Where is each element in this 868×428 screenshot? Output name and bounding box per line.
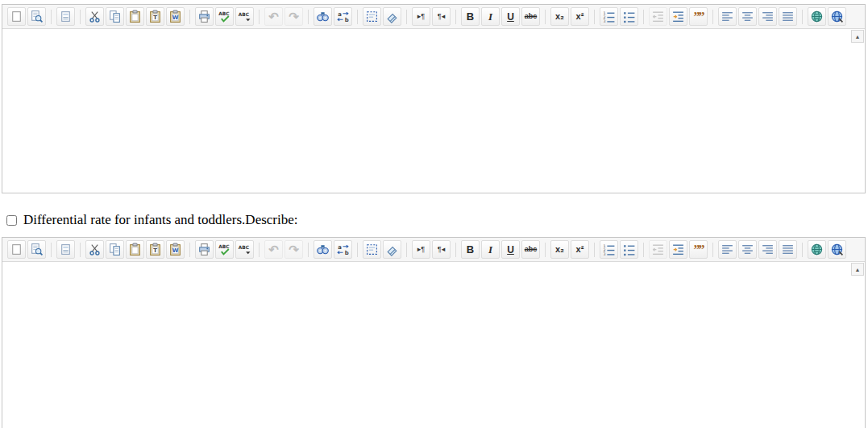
italic-icon: I xyxy=(484,10,497,23)
find-button[interactable] xyxy=(314,7,332,26)
replace-button[interactable]: ab xyxy=(334,240,352,259)
bold-button[interactable]: B xyxy=(461,7,480,26)
align-left-button[interactable] xyxy=(718,7,737,26)
blockquote-button[interactable]: ”” xyxy=(689,7,708,26)
link-button[interactable] xyxy=(808,240,826,259)
align-left-button[interactable] xyxy=(718,240,737,259)
scroll-up-button[interactable]: ▲ xyxy=(851,30,864,43)
paste-button[interactable] xyxy=(126,240,144,259)
strikethrough-button[interactable]: abc xyxy=(521,7,540,26)
copy-button[interactable] xyxy=(106,240,124,259)
select-all-button[interactable] xyxy=(363,7,381,26)
toolbar-separator xyxy=(80,10,81,24)
italic-button[interactable]: I xyxy=(481,240,500,259)
copy-button[interactable] xyxy=(106,7,124,26)
toolbar-group-templates xyxy=(56,240,76,259)
text-direction-ltr-button[interactable]: ▸¶ xyxy=(412,7,430,26)
copy-icon xyxy=(108,10,122,23)
paste-text-icon: T xyxy=(148,243,162,256)
svg-text:1: 1 xyxy=(604,11,606,15)
templates-icon xyxy=(59,10,73,23)
remove-format-button[interactable] xyxy=(383,240,401,259)
svg-text:W: W xyxy=(172,15,179,21)
bulleted-list-button[interactable] xyxy=(620,240,638,259)
print-button[interactable] xyxy=(195,240,214,259)
toolbar-separator xyxy=(643,10,644,24)
blockquote-button[interactable]: ”” xyxy=(689,240,708,259)
indent-button[interactable] xyxy=(669,240,687,259)
remove-format-button[interactable] xyxy=(383,7,401,26)
templates-button[interactable] xyxy=(56,240,75,259)
paste-text-button[interactable]: T xyxy=(146,7,164,26)
underline-button[interactable]: U xyxy=(501,240,520,259)
toolbar-separator xyxy=(545,243,546,257)
templates-button[interactable] xyxy=(56,7,75,26)
subscript-button[interactable]: x₂ xyxy=(550,240,569,259)
unlink-button[interactable] xyxy=(828,240,846,259)
toolbar-separator xyxy=(712,243,713,257)
preview-button[interactable] xyxy=(27,7,46,26)
superscript-button[interactable]: x² xyxy=(571,240,589,259)
align-center-button[interactable] xyxy=(738,240,757,259)
align-justify-button[interactable] xyxy=(779,240,797,259)
align-left-icon xyxy=(721,10,734,23)
toolbar-group-lists: 123 xyxy=(599,7,639,26)
preview-button[interactable] xyxy=(27,240,46,259)
paste-button[interactable] xyxy=(126,7,144,26)
differential-rate-checkbox[interactable] xyxy=(6,215,17,226)
select-all-button[interactable] xyxy=(363,240,381,259)
find-button[interactable] xyxy=(314,240,332,259)
text-direction-rtl-button[interactable]: ¶◂ xyxy=(432,7,451,26)
numbered-list-button[interactable]: 123 xyxy=(600,240,618,259)
new-page-button[interactable] xyxy=(7,240,26,259)
new-page-button[interactable] xyxy=(7,7,26,26)
bold-button[interactable]: B xyxy=(461,240,480,259)
underline-icon: U xyxy=(504,243,517,256)
svg-text:T: T xyxy=(153,15,157,21)
svg-text:ABC: ABC xyxy=(239,12,249,17)
numbered-list-button[interactable]: 123 xyxy=(600,7,618,26)
cut-button[interactable] xyxy=(85,240,104,259)
scroll-up-button[interactable]: ▲ xyxy=(851,263,864,276)
print-button[interactable] xyxy=(195,7,214,26)
toolbar-separator xyxy=(51,243,52,257)
editing-area[interactable]: ▲ xyxy=(2,28,865,193)
replace-button[interactable]: ab xyxy=(334,7,352,26)
strikethrough-icon: abc xyxy=(524,243,538,256)
svg-text:a: a xyxy=(338,244,342,251)
editing-area[interactable]: ▲ xyxy=(2,261,865,428)
underline-button[interactable]: U xyxy=(501,7,520,26)
paste-word-icon: W xyxy=(168,243,182,256)
superscript-button[interactable]: x² xyxy=(571,7,589,26)
bulleted-list-button[interactable] xyxy=(620,7,638,26)
text-direction-rtl-button[interactable]: ¶◂ xyxy=(432,240,451,259)
link-button[interactable] xyxy=(808,7,826,26)
toolbar-group-script: x₂x² xyxy=(550,7,590,26)
toolbar-separator xyxy=(455,243,456,257)
italic-button[interactable]: I xyxy=(481,7,500,26)
unlink-button[interactable] xyxy=(828,7,846,26)
paste-word-button[interactable]: W xyxy=(166,7,185,26)
scroll-up-icon: ▲ xyxy=(855,34,861,39)
spell-check-button[interactable]: ABC xyxy=(215,240,234,259)
cut-button[interactable] xyxy=(85,7,104,26)
spell-check-button[interactable]: ABC xyxy=(215,7,234,26)
indent-button[interactable] xyxy=(669,7,687,26)
align-right-button[interactable] xyxy=(758,7,777,26)
toolbar-group-print-spell: ABCABC xyxy=(194,240,255,259)
paste-word-button[interactable]: W xyxy=(166,240,185,259)
spell-check-toggle-button[interactable]: ABC xyxy=(235,240,254,259)
align-justify-icon xyxy=(781,10,795,23)
toolbar-separator xyxy=(594,10,595,24)
toolbar-group-clipboard: TW xyxy=(85,240,185,259)
text-direction-ltr-button[interactable]: ▸¶ xyxy=(412,240,430,259)
align-right-button[interactable] xyxy=(758,240,777,259)
bulleted-list-icon xyxy=(622,10,636,23)
subscript-button[interactable]: x₂ xyxy=(550,7,569,26)
align-justify-button[interactable] xyxy=(779,7,797,26)
spell-check-toggle-button[interactable]: ABC xyxy=(235,7,254,26)
align-center-button[interactable] xyxy=(738,7,757,26)
question-row: Differential rate for infants and toddle… xyxy=(6,210,866,230)
strikethrough-button[interactable]: abc xyxy=(521,240,540,259)
paste-text-button[interactable]: T xyxy=(146,240,164,259)
